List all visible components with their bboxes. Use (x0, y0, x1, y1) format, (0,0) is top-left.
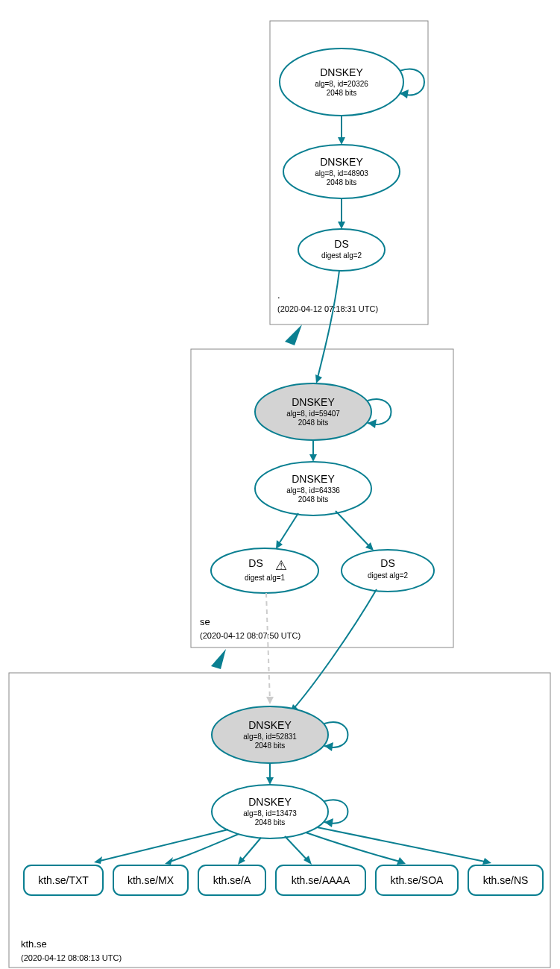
edge-zsk-txt (97, 830, 228, 862)
zone-name-se: se (200, 616, 210, 627)
svg-text:alg=8, id=13473: alg=8, id=13473 (243, 809, 297, 818)
node-se-ds2: DS digest alg=2 (342, 550, 434, 592)
svg-point-25 (211, 548, 318, 593)
edge-zsk-mx (168, 834, 239, 862)
svg-marker-64 (482, 858, 491, 865)
svg-marker-34 (266, 697, 274, 704)
svg-marker-32 (276, 540, 283, 549)
svg-text:alg=8, id=64336: alg=8, id=64336 (286, 486, 340, 495)
svg-text:2048 bits: 2048 bits (298, 495, 329, 504)
svg-marker-31 (309, 454, 317, 462)
svg-text:kth.se/NS: kth.se/NS (483, 874, 529, 886)
svg-marker-46 (266, 777, 274, 785)
leaf-mx: kth.se/MX (113, 865, 188, 895)
edge-zsk-a (240, 838, 261, 862)
svg-text:DNSKEY: DNSKEY (320, 66, 363, 78)
node-root-ksk: DNSKEY alg=8, id=20326 2048 bits (280, 48, 403, 116)
node-se-zsk: DNSKEY alg=8, id=64336 2048 bits (255, 462, 371, 515)
node-se-ksk: DNSKEY alg=8, id=59407 2048 bits (255, 383, 371, 440)
svg-text:alg=8, id=59407: alg=8, id=59407 (286, 410, 340, 418)
svg-text:kth.se/MX: kth.se/MX (128, 874, 174, 886)
node-kth-ksk: DNSKEY alg=8, id=52831 2048 bits (212, 706, 328, 763)
delegation-root-to-se (285, 324, 302, 345)
warning-icon: ⚠ (275, 558, 287, 573)
svg-text:kth.se/SOA: kth.se/SOA (391, 874, 444, 886)
edge-se-zsk-ds2 (336, 511, 371, 548)
edge-se-ds2-kth-ksk (292, 589, 377, 710)
node-root-ds: DS digest alg=2 (298, 229, 385, 271)
leaf-aaaa: kth.se/AAAA (276, 865, 365, 895)
node-kth-zsk: DNSKEY alg=8, id=13473 2048 bits (212, 785, 328, 838)
leaf-txt: kth.se/TXT (24, 865, 103, 895)
svg-marker-14 (338, 222, 345, 229)
zone-name-kth: kth.se (21, 938, 47, 950)
svg-text:DS: DS (380, 557, 394, 569)
svg-marker-60 (165, 857, 173, 865)
leaf-a: kth.se/A (198, 865, 265, 895)
svg-point-28 (342, 550, 434, 592)
svg-text:DNSKEY: DNSKEY (248, 719, 292, 731)
svg-text:kth.se/AAAA: kth.se/AAAA (292, 874, 350, 886)
svg-marker-13 (338, 137, 345, 145)
node-se-ds1: DS ⚠ digest alg=1 (211, 548, 318, 593)
svg-text:2048 bits: 2048 bits (298, 418, 329, 427)
svg-text:alg=8, id=52831: alg=8, id=52831 (243, 733, 297, 741)
delegation-se-to-kth (211, 649, 226, 669)
svg-text:2048 bits: 2048 bits (327, 178, 357, 186)
edge-se-zsk-ds1 (277, 513, 298, 546)
svg-text:2048 bits: 2048 bits (255, 741, 286, 750)
svg-text:alg=8, id=48903: alg=8, id=48903 (315, 169, 368, 178)
svg-text:kth.se/TXT: kth.se/TXT (38, 874, 89, 886)
svg-text:DNSKEY: DNSKEY (320, 156, 363, 168)
svg-text:2048 bits: 2048 bits (255, 818, 286, 827)
svg-text:digest alg=2: digest alg=2 (321, 251, 362, 260)
svg-text:DS: DS (248, 557, 262, 569)
svg-text:2048 bits: 2048 bits (327, 89, 357, 97)
edge-root-ds-se-ksk (317, 271, 339, 380)
dnssec-graph: . (2020-04-12 07:18:31 UTC) se (2020-04-… (0, 0, 560, 969)
svg-text:DNSKEY: DNSKEY (248, 796, 292, 808)
svg-text:DS: DS (334, 238, 348, 250)
zone-ts-root: (2020-04-12 07:18:31 UTC) (277, 304, 378, 313)
leaf-soa: kth.se/SOA (376, 865, 458, 895)
svg-point-10 (298, 229, 385, 271)
edge-zsk-soa (306, 832, 403, 862)
zone-name-root: . (277, 289, 280, 301)
svg-text:DNSKEY: DNSKEY (292, 396, 335, 408)
svg-text:digest alg=1: digest alg=1 (245, 574, 286, 582)
svg-text:digest alg=2: digest alg=2 (368, 571, 409, 580)
zone-ts-se: (2020-04-12 08:07:50 UTC) (200, 631, 301, 640)
svg-marker-59 (94, 856, 102, 864)
node-root-zsk: DNSKEY alg=8, id=48903 2048 bits (283, 145, 400, 198)
svg-text:DNSKEY: DNSKEY (292, 473, 335, 485)
zone-ts-kth: (2020-04-12 08:08:13 UTC) (21, 953, 122, 962)
svg-text:kth.se/A: kth.se/A (213, 874, 251, 886)
leaf-ns: kth.se/NS (468, 865, 543, 895)
svg-text:alg=8, id=20326: alg=8, id=20326 (315, 80, 368, 88)
